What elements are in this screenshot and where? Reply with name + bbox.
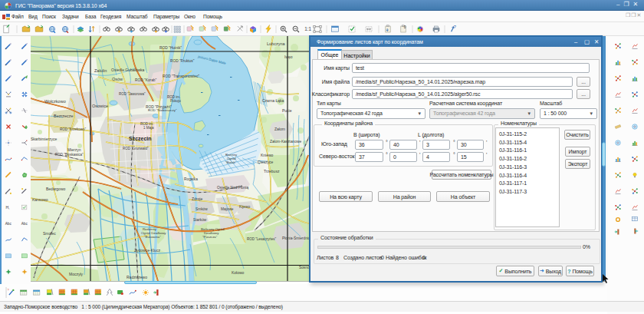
svg-text:ROD "Błyskawica": ROD "Błyskawica" bbox=[55, 153, 84, 157]
svg-text:Rogatka: Rogatka bbox=[184, 177, 198, 181]
svg-text:Smolec: Smolec bbox=[43, 231, 56, 236]
svg-text:"Bukowina": "Bukowina" bbox=[144, 235, 161, 239]
svg-text:Osowice: Osowice bbox=[92, 104, 108, 108]
svg-text:ROD "Krzekowo": ROD "Krzekowo" bbox=[60, 127, 87, 131]
svg-text:ROD "Transportowiec": ROD "Transportowiec" bbox=[163, 74, 199, 78]
svg-text:Załom-Kasztanowe: Załom-Kasztanowe bbox=[270, 140, 301, 144]
svg-text:Kijewo: Kijewo bbox=[239, 205, 250, 209]
svg-text:Abc: Abc bbox=[21, 222, 28, 226]
svg-text:Lubczyna: Lubczyna bbox=[267, 41, 285, 46]
svg-text:ROD "Fruktus": ROD "Fruktus" bbox=[170, 59, 195, 63]
svg-text:1 Maja: 1 Maja bbox=[143, 126, 154, 130]
svg-text:Bedargowo: Bedargowo bbox=[46, 187, 66, 191]
svg-text:0: 0 bbox=[404, 25, 406, 29]
svg-text:ROD "Lesaczyńes": ROD "Lesaczyńes" bbox=[247, 237, 277, 241]
svg-text:Zdroje: Zdroje bbox=[192, 197, 202, 201]
svg-text:Abc: Abc bbox=[5, 222, 12, 226]
svg-text:1:1: 1:1 bbox=[304, 26, 311, 31]
svg-text:Płonia-Śmierdnica: Płonia-Śmierdnica bbox=[282, 235, 312, 240]
svg-text:Skarbimierzyce: Skarbimierzyce bbox=[31, 137, 57, 141]
svg-text:ROD "Grunwald": ROD "Grunwald" bbox=[123, 147, 149, 150]
svg-text:"Puszcza": "Puszcza" bbox=[202, 235, 218, 239]
svg-text:Osiedle Nad Płonią: Osiedle Nad Płonią bbox=[217, 186, 248, 190]
svg-text:Pucie: Pucie bbox=[282, 108, 292, 113]
svg-text:ROD "Hutnik": ROD "Hutnik" bbox=[159, 46, 182, 50]
svg-text:Załulin: Załulin bbox=[94, 68, 107, 73]
svg-text:Starków: Starków bbox=[193, 218, 207, 222]
svg-text:Radziszewo: Radziszewo bbox=[127, 275, 147, 279]
svg-text:Czarna Łąka: Czarna Łąka bbox=[262, 98, 284, 103]
svg-text:ROD "Korab": ROD "Korab" bbox=[135, 78, 156, 82]
svg-text:Mierzyn: Mierzyn bbox=[67, 147, 81, 152]
svg-text:Cieszyce: Cieszyce bbox=[258, 160, 274, 164]
svg-text:Iwęo: Iwęo bbox=[284, 55, 293, 59]
svg-text:Kołowo: Kołowo bbox=[232, 270, 245, 275]
svg-text:Bezrzecze: Bezrzecze bbox=[54, 114, 74, 118]
svg-text:?: ? bbox=[454, 25, 456, 29]
svg-text:Załom: Załom bbox=[274, 127, 285, 131]
svg-text:H,: H, bbox=[5, 205, 9, 210]
svg-text:Wołczkowo: Wołczkowo bbox=[44, 99, 66, 104]
svg-text:"Bielsk": "Bielsk" bbox=[225, 160, 237, 164]
svg-text:Majowe: Majowe bbox=[221, 207, 234, 211]
svg-text:Osów: Osów bbox=[112, 77, 123, 81]
svg-text:Trzebusz: Trzebusz bbox=[264, 169, 280, 174]
svg-text:Żydowce-Klucz: Żydowce-Klucz bbox=[134, 248, 160, 253]
svg-text:Pokoju: Pokoju bbox=[170, 99, 181, 103]
svg-text:Osiedle Gubałówka: Osiedle Gubałówka bbox=[111, 68, 145, 72]
svg-text:Szczecin: Szczecin bbox=[129, 136, 152, 141]
svg-text:ROD "Niebieszczy": ROD "Niebieszczy" bbox=[148, 108, 177, 112]
svg-text:ROD "Jaworowa": ROD "Jaworowa" bbox=[119, 92, 146, 96]
svg-text:Smków: Smków bbox=[196, 207, 208, 211]
svg-text:Karwowo: Karwowo bbox=[32, 197, 48, 202]
svg-text:?: ? bbox=[8, 288, 10, 292]
svg-text:Kniewo: Kniewo bbox=[261, 153, 274, 157]
svg-text:Moczyły: Moczyły bbox=[69, 272, 84, 276]
